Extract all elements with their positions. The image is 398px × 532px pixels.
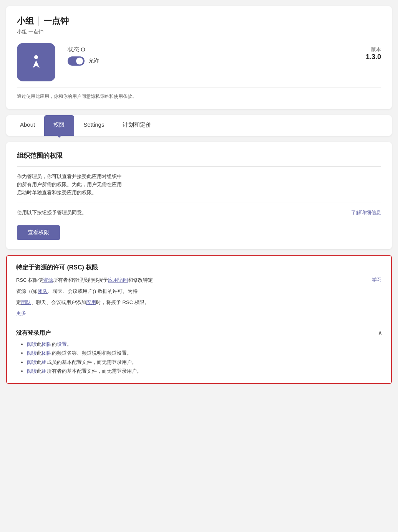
rsc-link-team[interactable]: 团队 bbox=[38, 288, 48, 294]
app-subtitle: 小组 一点钟 bbox=[17, 28, 381, 35]
list-item: 阅读此组成员的基本配置文件，而无需登录用户。 bbox=[27, 358, 382, 367]
rsc-body-row: RSC 权限使资源所有者和管理员能够授予应用访问和修改特定 资源（(如团队、聊天… bbox=[16, 276, 382, 316]
perm-link-4a[interactable]: 阅读 bbox=[27, 368, 37, 374]
rsc-link-app[interactable]: 应用 bbox=[108, 277, 118, 283]
grant-row: 使用以下按钮授予管理员同意。 了解详细信息 bbox=[17, 209, 381, 216]
rsc-link-resource[interactable]: 资源 bbox=[43, 277, 53, 283]
tab-settings[interactable]: Settings bbox=[74, 115, 113, 136]
tab-about[interactable]: About bbox=[11, 115, 44, 136]
policy-text: 通过使用此应用，你和你的用户同意隐私策略和使用条款。 bbox=[17, 93, 381, 100]
more-link[interactable]: 更多 bbox=[16, 310, 26, 316]
perm-link-2b[interactable]: 团队 bbox=[42, 350, 52, 356]
version-label: 版本 bbox=[366, 46, 381, 53]
view-permissions-button[interactable]: 查看权限 bbox=[17, 225, 60, 240]
rsc-section: 特定于资源的许可 (RSC) 权限 RSC 权限使资源所有者和管理员能够授予应用… bbox=[6, 255, 392, 384]
section-divider-2 bbox=[17, 203, 381, 203]
org-permissions-title: 组织范围的权限 bbox=[17, 151, 381, 160]
rsc-link-visit[interactable]: 访问 bbox=[118, 277, 128, 283]
rsc-link-app2[interactable]: 应用 bbox=[86, 299, 96, 305]
svg-marker-1 bbox=[33, 60, 40, 68]
version-number: 1.3.0 bbox=[366, 53, 381, 61]
chevron-up-icon[interactable]: ∧ bbox=[378, 330, 382, 336]
version-block: 版本 1.3.0 bbox=[366, 43, 381, 61]
section-divider-1 bbox=[17, 166, 381, 167]
title-divider bbox=[38, 17, 39, 26]
no-login-users-title: 没有登录用户 ∧ bbox=[16, 323, 382, 337]
app-title-part1: 小组 bbox=[17, 15, 34, 27]
toggle-row: 允许 bbox=[68, 56, 99, 66]
grant-text: 使用以下按钮授予管理员同意。 bbox=[17, 209, 87, 216]
status-toggle[interactable] bbox=[68, 56, 85, 66]
tab-pricing[interactable]: 计划和定价 bbox=[113, 115, 161, 136]
toggle-text: 允许 bbox=[88, 58, 99, 64]
tabs-container: About 权限 Settings 计划和定价 bbox=[6, 115, 392, 136]
learn-link[interactable]: 了解详细信息 bbox=[351, 209, 381, 216]
rsc-desc2: 资源（(如团队、聊天、会议或用户)) 数据的许可。为特 bbox=[16, 287, 364, 296]
perm-link-4b[interactable]: 组 bbox=[42, 368, 47, 374]
app-icon bbox=[17, 43, 55, 81]
rsc-learn-link[interactable]: 学习 bbox=[372, 276, 382, 283]
org-permissions-desc: 作为管理员，你可以查看并接受此应用对组织中 的所有用户所需的权限。为此，用户无需… bbox=[17, 173, 381, 197]
perm-link-3a[interactable]: 阅读 bbox=[27, 359, 37, 365]
app-title-part2: 一点钟 bbox=[43, 15, 69, 27]
app-header-card: 小组 一点钟 小组 一点钟 状态 O 允许 版本 1.3.0 通过使用此应用，你… bbox=[6, 6, 392, 109]
perm-link-1a[interactable]: 阅读 bbox=[27, 341, 37, 347]
rsc-link-team2[interactable]: 团队 bbox=[21, 299, 31, 305]
list-item: 阅读此团队的频道名称、频道说明和频道设置。 bbox=[27, 349, 382, 357]
rsc-body-left: RSC 权限使资源所有者和管理员能够授予应用访问和修改特定 资源（(如团队、聊天… bbox=[16, 276, 364, 316]
rsc-desc3: 定团队、聊天、会议或用户添加应用时，将授予 RSC 权限。 bbox=[16, 299, 364, 307]
list-item: 阅读此组所有者的基本配置文件，而无需登录用户。 bbox=[27, 367, 382, 375]
app-status-block: 状态 O 允许 bbox=[68, 43, 99, 66]
tabs: About 权限 Settings 计划和定价 bbox=[11, 115, 387, 136]
perm-link-2a[interactable]: 阅读 bbox=[27, 350, 37, 356]
app-info-row: 状态 O 允许 版本 1.3.0 bbox=[17, 43, 381, 88]
app-title: 小组 一点钟 bbox=[17, 15, 381, 27]
rsc-title: 特定于资源的许可 (RSC) 权限 bbox=[16, 264, 382, 272]
tab-permissions[interactable]: 权限 bbox=[44, 115, 74, 136]
rsc-desc1: RSC 权限使资源所有者和管理员能够授予应用访问和修改特定 bbox=[16, 276, 364, 284]
svg-point-0 bbox=[34, 55, 38, 59]
perm-link-1b[interactable]: 团队 bbox=[42, 341, 52, 347]
permission-list: 阅读此团队的设置。 阅读此团队的频道名称、频道说明和频道设置。 阅读此组成员的基… bbox=[16, 340, 382, 376]
perm-link-1c[interactable]: 设置 bbox=[57, 341, 67, 347]
status-label: 状态 O bbox=[68, 46, 99, 53]
perm-link-3b[interactable]: 组 bbox=[42, 359, 47, 365]
org-permissions-section: 组织范围的权限 作为管理员，你可以查看并接受此应用对组织中 的所有用户所需的权限… bbox=[6, 142, 392, 249]
list-item: 阅读此团队的设置。 bbox=[27, 340, 382, 349]
